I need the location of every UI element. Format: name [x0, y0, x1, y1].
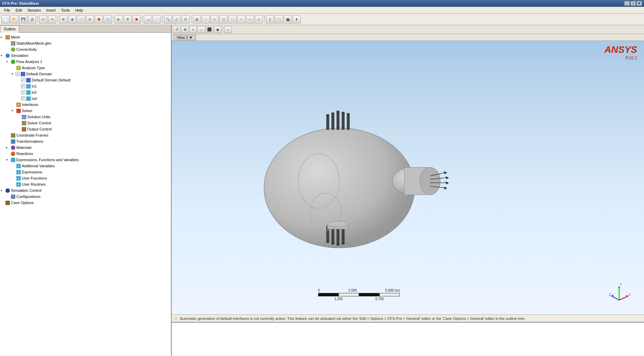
tree-item-materials[interactable]: ▸ Materials: [0, 144, 171, 151]
vt-select[interactable]: ▣: [214, 26, 221, 33]
outline-tab[interactable]: Outline: [0, 25, 19, 33]
tb-chart2[interactable]: 📈: [153, 15, 161, 24]
check-dddefault[interactable]: ✓: [21, 78, 25, 82]
check-out[interactable]: ✓: [21, 96, 25, 100]
tree-item-mesh[interactable]: ▸ Mesh: [0, 34, 171, 40]
tree-item-userroutines[interactable]: a User Routines: [0, 181, 171, 187]
vt-rotate[interactable]: ↺: [173, 26, 180, 33]
tree-item-connectivity[interactable]: Connectivity: [0, 46, 171, 52]
tb-domain[interactable]: ◉: [68, 15, 76, 24]
reactions-icon: [10, 151, 16, 156]
tb-open[interactable]: 📂: [10, 15, 18, 24]
tb-zoom-in[interactable]: 🔍: [164, 15, 172, 24]
view-toolbar: ↺ ⊕ + − ⬛ ▣ ⌂: [172, 25, 644, 34]
tb-isosurface[interactable]: ⬚: [228, 15, 236, 24]
menu-help[interactable]: Help: [73, 7, 86, 13]
tree-item-in2[interactable]: ✓ in2: [0, 89, 171, 95]
tb-redo[interactable]: ↪: [48, 15, 56, 24]
reactions-label: Reactions: [16, 151, 33, 156]
vt-home[interactable]: ⌂: [224, 26, 232, 33]
tb-mesh[interactable]: ▦: [59, 15, 67, 24]
vt-zoomfit[interactable]: ⬛: [206, 26, 213, 33]
tb-fit[interactable]: ⊡: [182, 15, 190, 24]
close-button[interactable]: ✕: [637, 1, 642, 6]
tb-line[interactable]: —: [246, 15, 254, 24]
vt-zoomin[interactable]: +: [189, 26, 197, 33]
tb-boundary[interactable]: ⬡: [77, 15, 85, 24]
tree-item-userfunctions[interactable]: a User Functions: [0, 175, 171, 181]
tb-interface[interactable]: ◫: [104, 15, 112, 24]
maximize-button[interactable]: □: [630, 1, 636, 6]
tb-calc[interactable]: ∑: [266, 15, 274, 24]
tree-item-outputcontrol[interactable]: Output Control: [0, 126, 171, 132]
tree-item-expressions[interactable]: a Expressions: [0, 169, 171, 175]
tb-plane[interactable]: ▱: [255, 15, 263, 24]
tb-zoom-out[interactable]: 🔎: [173, 15, 181, 24]
tree-item-addvars[interactable]: a Additional Variables: [0, 163, 171, 169]
simulation-icon: [5, 53, 10, 58]
menu-tools[interactable]: Tools: [58, 7, 73, 13]
tree-item-dddefault[interactable]: ✓ Default Domain Default: [0, 77, 171, 83]
vt-zoomout[interactable]: −: [198, 26, 205, 33]
tb-vector[interactable]: →: [202, 15, 210, 24]
minimize-button[interactable]: _: [624, 1, 630, 6]
tree-item-coordframes[interactable]: Coordinate Frames: [0, 132, 171, 138]
menu-file[interactable]: File: [1, 7, 13, 13]
tb-contour[interactable]: ▤: [193, 15, 201, 24]
tb-save[interactable]: 💾: [19, 15, 27, 24]
check-in1[interactable]: ✓: [21, 84, 25, 88]
tree-item-defaultdomain[interactable]: ▾ ✓ Default Domain: [0, 71, 171, 77]
tb-stop[interactable]: ⏹: [132, 15, 141, 24]
tree-item-out[interactable]: ✓ out: [0, 95, 171, 102]
tree-area[interactable]: ▸ Mesh G StaticMixerMesh.gtm Connectivit…: [0, 33, 171, 356]
dddefault-label: Default Domain Default: [32, 77, 70, 83]
tree-item-configurations[interactable]: Configurations: [0, 194, 171, 200]
tb-subdomain[interactable]: ◈: [86, 15, 94, 24]
tree-arrow-mesh[interactable]: ▸: [1, 34, 5, 40]
tree-item-analysistype[interactable]: t Analysis Type: [0, 65, 171, 71]
viewport[interactable]: ANSYS R16.1: [172, 41, 644, 314]
tree-item-flowanalysis[interactable]: ▾ Flow Analysis 1: [0, 59, 171, 65]
connectivity-icon: [10, 47, 16, 52]
tb-sep-5: [162, 16, 162, 23]
tb-run[interactable]: ▶: [115, 15, 123, 24]
tb-new[interactable]: 📄: [1, 15, 10, 24]
tb-print[interactable]: 🖨: [28, 15, 36, 24]
scale-sub-2: 3.750: [375, 297, 383, 301]
tree-item-in1[interactable]: ✓ in1: [0, 83, 171, 89]
tree-item-solvercontrol[interactable]: Solver Control: [0, 120, 171, 126]
check-in2[interactable]: ✓: [21, 90, 25, 94]
tree-item-meshfile[interactable]: G StaticMixerMesh.gtm: [0, 40, 171, 46]
tree-item-reactions[interactable]: Reactions: [0, 151, 171, 157]
tb-export[interactable]: ⬆: [293, 15, 301, 24]
menu-insert[interactable]: Insert: [44, 7, 59, 13]
tb-report[interactable]: 📋: [275, 15, 283, 24]
transformations-label: Transformations: [16, 139, 43, 144]
check-defaultdomain[interactable]: ✓: [16, 72, 20, 76]
vt-zoom[interactable]: ⊕: [181, 26, 189, 33]
tb-anim[interactable]: 🎬: [284, 15, 292, 24]
coordframes-icon: [10, 133, 16, 138]
tree-item-solver[interactable]: ▾ Solver: [0, 108, 171, 114]
tb-undo[interactable]: ↩: [39, 15, 47, 24]
tb-source[interactable]: ⬟: [95, 15, 103, 24]
view-selector[interactable]: View 1 ▼: [174, 35, 196, 40]
tb-streamline[interactable]: ∿: [210, 15, 219, 24]
tb-pause[interactable]: ⏸: [124, 15, 132, 24]
menu-edit[interactable]: Edit: [13, 7, 25, 13]
analysistype-icon: t: [16, 65, 21, 71]
tree-item-caseoptions[interactable]: Case Options: [0, 200, 171, 206]
meshfile-icon: G: [10, 41, 16, 46]
tree-item-simulation[interactable]: ▾ Simulation: [0, 52, 171, 59]
tb-surface[interactable]: ◻: [219, 15, 227, 24]
tree-item-transformations[interactable]: Transformations: [0, 138, 171, 144]
exprfuncvar-icon: [10, 157, 16, 162]
tb-point[interactable]: •: [237, 15, 245, 24]
tree-item-solutionunits[interactable]: a Solution Units: [0, 114, 171, 120]
addvars-label: Additional Variables: [22, 163, 54, 169]
tree-item-simctrl[interactable]: ▾ Simulation Control: [0, 187, 171, 194]
tree-item-interfaces[interactable]: ⇌ Interfaces: [0, 102, 171, 108]
tb-chart1[interactable]: 📊: [144, 15, 152, 24]
tree-item-exprfuncvar[interactable]: ▾ Expressions, Functions and Variables: [0, 157, 171, 163]
menu-session[interactable]: Session: [25, 7, 44, 13]
